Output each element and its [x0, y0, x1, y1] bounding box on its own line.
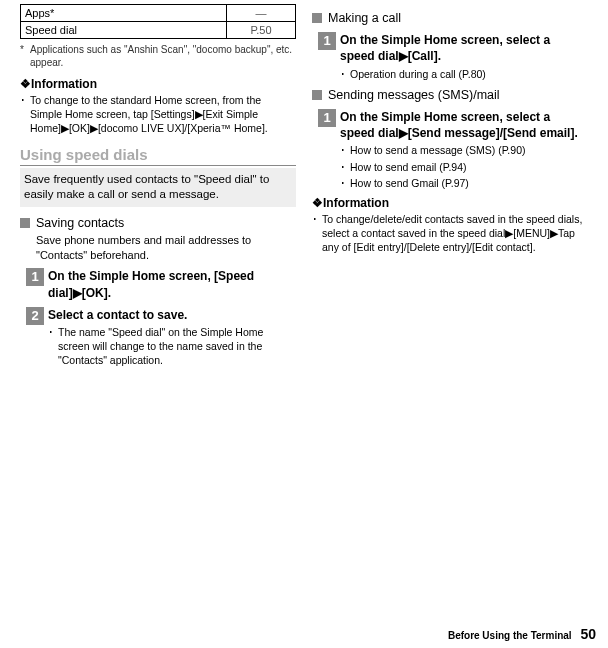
dot-marker: ･: [340, 176, 350, 190]
step-num-wrap: 2: [26, 307, 48, 368]
step-number: 2: [26, 307, 44, 325]
table-row: Apps* ―: [21, 5, 296, 22]
square-icon: [20, 218, 30, 228]
step-body: On the Simple Home screen, select a spee…: [340, 109, 588, 190]
step-num-wrap: 1: [318, 32, 340, 81]
step-sub-text: Operation during a call (P.80): [350, 67, 486, 81]
bullet-marker: ･: [312, 212, 322, 255]
info2-list: ･ To change/delete/edit contacts saved i…: [312, 212, 588, 255]
info-list: ･ To change to the standard Home screen,…: [20, 93, 296, 136]
using-desc: Save frequently used contacts to "Speed …: [20, 168, 296, 207]
info2-heading: ❖Information: [312, 196, 588, 210]
using-speed-dials-heading: Using speed dials: [20, 146, 296, 166]
step-sub-text: The name "Speed dial" on the Simple Home…: [58, 325, 296, 368]
left-column: Apps* ― Speed dial P.50 * Applications s…: [12, 4, 304, 612]
step-sub-text: How to send Gmail (P.97): [350, 176, 469, 190]
cell-speed-ref: P.50: [227, 22, 296, 39]
cell-apps-ref: ―: [227, 5, 296, 22]
step-body: Select a contact to save. ･ The name "Sp…: [48, 307, 296, 368]
step-body: On the Simple Home screen, [Speed dial]▶…: [48, 268, 296, 300]
bullet-text: To change/delete/edit contacts saved in …: [322, 212, 588, 255]
dot-marker: ･: [48, 325, 58, 368]
saving-heading-text: Saving contacts: [36, 215, 124, 231]
step-sub-text: How to send email (P.94): [350, 160, 467, 174]
bullet-text: To change to the standard Home screen, f…: [30, 93, 296, 136]
bullet-marker: ･: [20, 93, 30, 136]
making-call-heading: Making a call: [312, 10, 588, 26]
step-1: 1 On the Simple Home screen, [Speed dial…: [26, 268, 296, 300]
step-sub: ･ How to send Gmail (P.97): [340, 176, 588, 190]
step-title: Select a contact to save.: [48, 307, 296, 323]
step-num-wrap: 1: [26, 268, 48, 300]
dot-marker: ･: [340, 143, 350, 157]
step-sub: ･ The name "Speed dial" on the Simple Ho…: [48, 325, 296, 368]
making-heading-text: Making a call: [328, 10, 401, 26]
step-sub-text: How to send a message (SMS) (P.90): [350, 143, 525, 157]
step-2: 2 Select a contact to save. ･ The name "…: [26, 307, 296, 368]
step-call: 1 On the Simple Home screen, select a sp…: [318, 32, 588, 81]
page-footer: Before Using the Terminal 50: [448, 626, 596, 642]
step-body: On the Simple Home screen, select a spee…: [340, 32, 588, 81]
saving-desc: Save phone numbers and mail addresses to…: [36, 233, 296, 263]
table-row: Speed dial P.50: [21, 22, 296, 39]
page-number: 50: [580, 626, 596, 642]
step-title: On the Simple Home screen, select a spee…: [340, 109, 588, 141]
apps-table: Apps* ― Speed dial P.50: [20, 4, 296, 39]
info-bullet: ･ To change to the standard Home screen,…: [20, 93, 296, 136]
step-number: 1: [318, 32, 336, 50]
step-number: 1: [26, 268, 44, 286]
page-content: Apps* ― Speed dial P.50 * Applications s…: [0, 0, 608, 620]
step-title: On the Simple Home screen, select a spee…: [340, 32, 588, 64]
right-column: Making a call 1 On the Simple Home scree…: [304, 4, 596, 612]
footnote-text: Applications such as "Anshin Scan", "doc…: [30, 43, 296, 69]
saving-contacts-heading: Saving contacts: [20, 215, 296, 231]
step-number: 1: [318, 109, 336, 127]
info-heading: ❖Information: [20, 77, 296, 91]
square-icon: [312, 90, 322, 100]
sending-heading-text: Sending messages (SMS)/mail: [328, 87, 500, 103]
cell-speed-label: Speed dial: [21, 22, 227, 39]
step-title: On the Simple Home screen, [Speed dial]▶…: [48, 268, 296, 300]
footnote-marker: *: [20, 43, 30, 69]
dot-marker: ･: [340, 160, 350, 174]
footer-text: Before Using the Terminal: [448, 630, 572, 641]
step-sub: ･ How to send a message (SMS) (P.90): [340, 143, 588, 157]
table-footnote: * Applications such as "Anshin Scan", "d…: [20, 43, 296, 69]
info2-bullet: ･ To change/delete/edit contacts saved i…: [312, 212, 588, 255]
step-sub: ･ How to send email (P.94): [340, 160, 588, 174]
cell-apps-label: Apps*: [21, 5, 227, 22]
square-icon: [312, 13, 322, 23]
dot-marker: ･: [340, 67, 350, 81]
step-num-wrap: 1: [318, 109, 340, 190]
step-sub: ･ Operation during a call (P.80): [340, 67, 588, 81]
step-send: 1 On the Simple Home screen, select a sp…: [318, 109, 588, 190]
sending-messages-heading: Sending messages (SMS)/mail: [312, 87, 588, 103]
